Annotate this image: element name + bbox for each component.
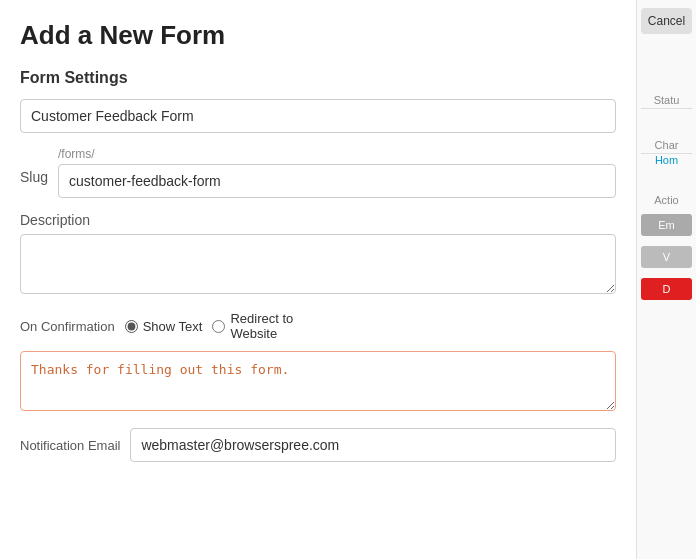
slug-prefix: /forms/ [58,147,616,161]
em-button[interactable]: Em [641,214,692,236]
main-content: Add a New Form Form Settings Slug /forms… [0,0,636,559]
show-text-label: Show Text [143,319,203,334]
form-settings-heading: Form Settings [20,69,616,87]
slug-label-col: Slug [20,147,48,185]
on-confirmation-row: On Confirmation Show Text Redirect toWeb… [20,311,616,341]
redirect-radio[interactable] [212,320,225,333]
description-group: Description [20,212,616,297]
slug-input[interactable] [58,164,616,198]
page-title: Add a New Form [20,20,616,51]
on-confirmation-label: On Confirmation [20,319,115,334]
notification-email-input[interactable] [130,428,616,462]
form-name-input[interactable] [20,99,616,133]
cancel-button[interactable]: Cancel [641,8,692,34]
right-panel: Cancel Statu Char Hom Actio Em V D [636,0,696,559]
home-link[interactable]: Hom [641,154,692,166]
show-text-option[interactable]: Show Text [125,319,203,334]
form-name-group [20,99,616,133]
description-label: Description [20,212,616,228]
redirect-label: Redirect toWebsite [230,311,293,341]
notification-row: Notification Email [20,428,616,462]
slug-row: Slug /forms/ [20,147,616,198]
slug-input-col: /forms/ [58,147,616,198]
d-button[interactable]: D [641,278,692,300]
v-button[interactable]: V [641,246,692,268]
actions-label: Actio [641,194,692,206]
show-text-radio[interactable] [125,320,138,333]
status-label: Statu [641,92,692,109]
redirect-option[interactable]: Redirect toWebsite [212,311,293,341]
notification-label: Notification Email [20,438,120,453]
description-textarea[interactable] [20,234,616,294]
confirmation-textarea[interactable]: Thanks for filling out this form. [20,351,616,411]
char-label: Char [641,137,692,154]
slug-label: Slug [20,169,48,185]
